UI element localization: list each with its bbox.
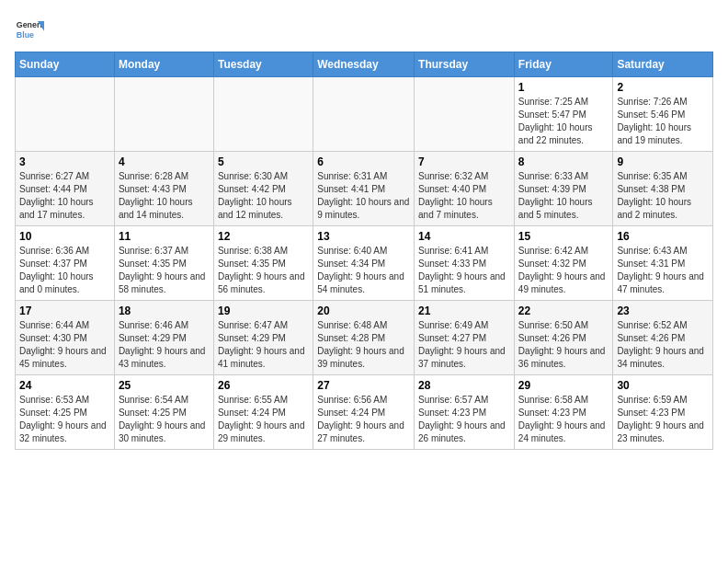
calendar-cell: 27Sunrise: 6:56 AM Sunset: 4:24 PM Dayli…	[313, 375, 415, 450]
day-number: 1	[518, 81, 609, 94]
calendar-cell: 4Sunrise: 6:28 AM Sunset: 4:43 PM Daylig…	[114, 152, 213, 226]
day-number: 25	[119, 379, 210, 392]
logo: General Blue	[15, 15, 44, 44]
day-number: 20	[317, 304, 410, 317]
day-info: Sunrise: 6:58 AM Sunset: 4:23 PM Dayligh…	[518, 394, 609, 445]
day-number: 19	[218, 304, 309, 317]
day-info: Sunrise: 6:43 AM Sunset: 4:31 PM Dayligh…	[617, 245, 709, 296]
weekday-header-friday: Friday	[514, 52, 613, 77]
calendar-cell: 18Sunrise: 6:46 AM Sunset: 4:29 PM Dayli…	[114, 301, 213, 375]
day-info: Sunrise: 6:42 AM Sunset: 4:32 PM Dayligh…	[518, 245, 609, 296]
day-number: 13	[317, 230, 410, 243]
day-info: Sunrise: 6:28 AM Sunset: 4:43 PM Dayligh…	[119, 170, 210, 222]
day-info: Sunrise: 6:30 AM Sunset: 4:42 PM Dayligh…	[218, 170, 309, 222]
day-number: 14	[418, 230, 510, 243]
day-number: 4	[119, 155, 210, 168]
day-info: Sunrise: 6:37 AM Sunset: 4:35 PM Dayligh…	[119, 245, 210, 296]
calendar-cell	[16, 77, 115, 152]
day-info: Sunrise: 6:44 AM Sunset: 4:30 PM Dayligh…	[19, 319, 110, 371]
day-info: Sunrise: 7:25 AM Sunset: 5:47 PM Dayligh…	[518, 96, 609, 147]
weekday-header-sunday: Sunday	[16, 52, 115, 77]
day-info: Sunrise: 6:41 AM Sunset: 4:33 PM Dayligh…	[418, 245, 510, 296]
weekday-header-wednesday: Wednesday	[313, 52, 415, 77]
day-number: 5	[218, 155, 309, 168]
calendar-cell: 3Sunrise: 6:27 AM Sunset: 4:44 PM Daylig…	[16, 152, 115, 226]
calendar-cell: 19Sunrise: 6:47 AM Sunset: 4:29 PM Dayli…	[213, 301, 313, 375]
day-number: 8	[518, 155, 609, 168]
day-number: 11	[119, 230, 210, 243]
calendar-week-row: 10Sunrise: 6:36 AM Sunset: 4:37 PM Dayli…	[16, 226, 713, 301]
calendar-cell: 20Sunrise: 6:48 AM Sunset: 4:28 PM Dayli…	[313, 301, 415, 375]
calendar-week-row: 17Sunrise: 6:44 AM Sunset: 4:30 PM Dayli…	[16, 301, 713, 375]
day-info: Sunrise: 6:49 AM Sunset: 4:27 PM Dayligh…	[418, 319, 510, 371]
svg-text:Blue: Blue	[17, 30, 34, 40]
calendar-cell: 15Sunrise: 6:42 AM Sunset: 4:32 PM Dayli…	[514, 226, 613, 301]
calendar-cell	[213, 77, 313, 152]
day-number: 30	[617, 379, 709, 392]
logo-icon: General Blue	[15, 15, 44, 44]
day-number: 21	[418, 304, 510, 317]
calendar-cell: 29Sunrise: 6:58 AM Sunset: 4:23 PM Dayli…	[514, 375, 613, 450]
day-info: Sunrise: 6:32 AM Sunset: 4:40 PM Dayligh…	[418, 170, 510, 222]
day-number: 22	[518, 304, 609, 317]
calendar-cell: 26Sunrise: 6:55 AM Sunset: 4:24 PM Dayli…	[213, 375, 313, 450]
weekday-header-saturday: Saturday	[613, 52, 713, 77]
day-number: 28	[418, 379, 510, 392]
calendar-cell: 28Sunrise: 6:57 AM Sunset: 4:23 PM Dayli…	[415, 375, 515, 450]
day-info: Sunrise: 6:55 AM Sunset: 4:24 PM Dayligh…	[218, 394, 309, 445]
day-number: 18	[119, 304, 210, 317]
day-info: Sunrise: 6:46 AM Sunset: 4:29 PM Dayligh…	[119, 319, 210, 371]
calendar-cell: 8Sunrise: 6:33 AM Sunset: 4:39 PM Daylig…	[514, 152, 613, 226]
day-number: 23	[617, 304, 709, 317]
weekday-header-row: SundayMondayTuesdayWednesdayThursdayFrid…	[16, 52, 713, 77]
day-info: Sunrise: 6:52 AM Sunset: 4:26 PM Dayligh…	[617, 319, 709, 371]
day-info: Sunrise: 6:33 AM Sunset: 4:39 PM Dayligh…	[518, 170, 609, 222]
day-info: Sunrise: 6:38 AM Sunset: 4:35 PM Dayligh…	[218, 245, 309, 296]
calendar-cell: 12Sunrise: 6:38 AM Sunset: 4:35 PM Dayli…	[213, 226, 313, 301]
day-info: Sunrise: 6:57 AM Sunset: 4:23 PM Dayligh…	[418, 394, 510, 445]
weekday-header-tuesday: Tuesday	[213, 52, 313, 77]
day-info: Sunrise: 6:47 AM Sunset: 4:29 PM Dayligh…	[218, 319, 309, 371]
day-number: 12	[218, 230, 309, 243]
day-number: 3	[19, 155, 110, 168]
day-info: Sunrise: 6:59 AM Sunset: 4:23 PM Dayligh…	[617, 394, 709, 445]
day-info: Sunrise: 6:35 AM Sunset: 4:38 PM Dayligh…	[617, 170, 709, 222]
day-info: Sunrise: 6:27 AM Sunset: 4:44 PM Dayligh…	[19, 170, 110, 222]
day-info: Sunrise: 6:36 AM Sunset: 4:37 PM Dayligh…	[19, 245, 110, 296]
day-number: 6	[317, 155, 410, 168]
day-number: 26	[218, 379, 309, 392]
day-number: 2	[617, 81, 709, 94]
day-info: Sunrise: 6:56 AM Sunset: 4:24 PM Dayligh…	[317, 394, 410, 445]
day-number: 15	[518, 230, 609, 243]
day-number: 17	[19, 304, 110, 317]
calendar-cell	[313, 77, 415, 152]
calendar-week-row: 1Sunrise: 7:25 AM Sunset: 5:47 PM Daylig…	[16, 77, 713, 152]
calendar-cell: 16Sunrise: 6:43 AM Sunset: 4:31 PM Dayli…	[613, 226, 713, 301]
calendar-cell: 2Sunrise: 7:26 AM Sunset: 5:46 PM Daylig…	[613, 77, 713, 152]
calendar-cell: 23Sunrise: 6:52 AM Sunset: 4:26 PM Dayli…	[613, 301, 713, 375]
day-number: 10	[19, 230, 110, 243]
calendar-cell: 24Sunrise: 6:53 AM Sunset: 4:25 PM Dayli…	[16, 375, 115, 450]
calendar-cell	[415, 77, 515, 152]
day-info: Sunrise: 6:54 AM Sunset: 4:25 PM Dayligh…	[119, 394, 210, 445]
calendar-cell: 1Sunrise: 7:25 AM Sunset: 5:47 PM Daylig…	[514, 77, 613, 152]
day-number: 9	[617, 155, 709, 168]
calendar-cell: 30Sunrise: 6:59 AM Sunset: 4:23 PM Dayli…	[613, 375, 713, 450]
day-info: Sunrise: 7:26 AM Sunset: 5:46 PM Dayligh…	[617, 96, 709, 147]
calendar-cell: 5Sunrise: 6:30 AM Sunset: 4:42 PM Daylig…	[213, 152, 313, 226]
day-info: Sunrise: 6:53 AM Sunset: 4:25 PM Dayligh…	[19, 394, 110, 445]
weekday-header-monday: Monday	[114, 52, 213, 77]
calendar-cell: 17Sunrise: 6:44 AM Sunset: 4:30 PM Dayli…	[16, 301, 115, 375]
day-number: 24	[19, 379, 110, 392]
calendar-header: SundayMondayTuesdayWednesdayThursdayFrid…	[16, 52, 713, 77]
day-number: 27	[317, 379, 410, 392]
calendar-body: 1Sunrise: 7:25 AM Sunset: 5:47 PM Daylig…	[16, 77, 713, 450]
day-number: 29	[518, 379, 609, 392]
day-info: Sunrise: 6:48 AM Sunset: 4:28 PM Dayligh…	[317, 319, 410, 371]
calendar-cell: 10Sunrise: 6:36 AM Sunset: 4:37 PM Dayli…	[16, 226, 115, 301]
weekday-header-thursday: Thursday	[415, 52, 515, 77]
calendar-cell: 22Sunrise: 6:50 AM Sunset: 4:26 PM Dayli…	[514, 301, 613, 375]
calendar-cell: 13Sunrise: 6:40 AM Sunset: 4:34 PM Dayli…	[313, 226, 415, 301]
day-number: 16	[617, 230, 709, 243]
day-info: Sunrise: 6:31 AM Sunset: 4:41 PM Dayligh…	[317, 170, 410, 222]
